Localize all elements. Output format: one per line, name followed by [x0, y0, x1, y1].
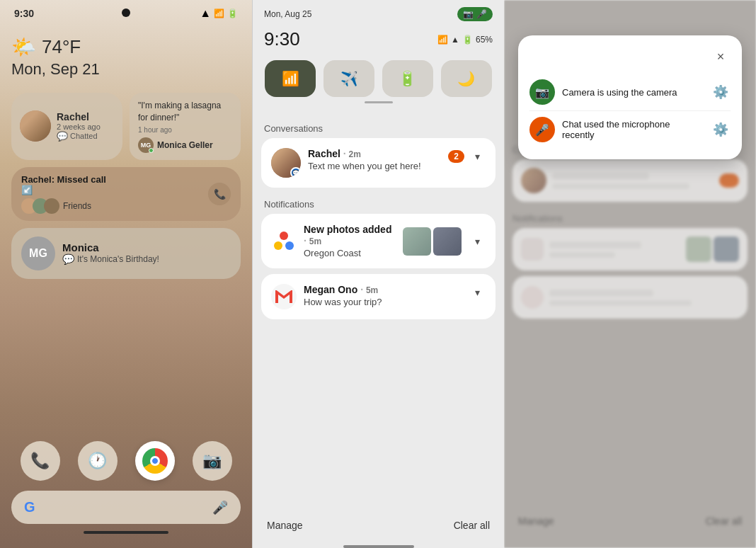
photos-notif-card[interactable]: New photos added · 5m Oregon Coast ▾ — [261, 214, 496, 268]
conversation-expand-btn[interactable]: ▾ — [469, 148, 486, 165]
photos-notif-header: New photos added · 5m — [304, 224, 396, 246]
clock-dock-icon[interactable]: 🕐 — [78, 441, 118, 481]
notif-battery-icon: 🔋 — [462, 35, 473, 45]
blurred-card-1 — [512, 159, 748, 202]
rachel-name: Rachel — [57, 111, 101, 122]
google-g-logo: G — [24, 499, 35, 515]
gmail-icon — [271, 284, 297, 309]
notif-status-bar: Mon, Aug 25 📷 🎤 — [253, 0, 504, 25]
monica-avatar: MG — [21, 236, 55, 270]
gear-icon-mic: ⚙️ — [713, 122, 728, 137]
notif-status-right: 📶 ▲ 🔋 65% — [437, 35, 493, 45]
qs-wifi-icon: 📶 — [282, 70, 299, 87]
notif-date: Mon, Aug 25 — [264, 9, 311, 19]
mic-perm-text: Chat used the microphone recently — [562, 119, 704, 140]
monica-info: Monica 💬 It's Monica's Birthday! — [62, 241, 159, 265]
quote-bubble[interactable]: "I'm making a lasagna for dinner!" 1 hou… — [130, 93, 241, 160]
photos-notif-body: New photos added · 5m Oregon Coast — [304, 224, 396, 258]
friends-group: Friends — [21, 198, 106, 214]
dialog-close-button[interactable]: × — [711, 47, 731, 67]
blurred-bottom-bar: Manage Clear all — [504, 515, 756, 527]
friends-label: Friends — [63, 201, 91, 211]
photos-expand-btn[interactable]: ▾ — [469, 233, 486, 250]
rachel-notif-sender: Rachel · 2m — [308, 148, 361, 159]
svg-point-1 — [285, 241, 294, 250]
call-back-button[interactable]: 📞 — [208, 183, 231, 205]
call-icon: 📞 — [214, 188, 226, 200]
gmail-notif-card[interactable]: Megan Ono · 5m How was your trip? ▾ — [261, 274, 496, 319]
photo-thumbnails — [403, 227, 462, 256]
camera-icon: 📷 — [202, 452, 222, 470]
rachel-action: 💬 Chatted — [57, 131, 101, 142]
mic-settings-button[interactable]: ⚙️ — [711, 120, 731, 139]
rachel-conv-row: 💬 Rachel · 2m Text me when you get here! — [271, 148, 486, 178]
signal-icon: 📶 — [214, 8, 224, 18]
camera-settings-button[interactable]: ⚙️ — [711, 82, 731, 102]
quick-settings: 📶 ✈️ 🔋 🌙 — [253, 55, 504, 118]
missed-call-bubble[interactable]: Rachel: Missed call ↙️ Friends 📞 — [11, 167, 241, 221]
qs-night-tile[interactable]: 🌙 — [441, 60, 492, 97]
missed-call-label: Rachel: Missed call — [21, 174, 106, 185]
rachel-badge-row: 2 ▾ — [448, 148, 486, 165]
dock-row: 📞 🕐 📷 — [11, 441, 241, 481]
gmail-notif-message: How was your trip? — [304, 297, 462, 307]
phone-dock-icon[interactable]: 📞 — [21, 441, 60, 481]
rachel-contact-info: Rachel 2 weeks ago 💬 Chatted — [57, 111, 101, 142]
battery-icon: 🔋 — [227, 8, 238, 18]
qs-wifi-tile[interactable]: 📶 — [265, 60, 316, 97]
qs-scroll-indicator — [365, 101, 393, 103]
quote-author-row: MG Monica Geller — [138, 137, 232, 153]
pill-camera-icon: 📷 — [463, 9, 474, 19]
friend-avatar-3 — [44, 198, 59, 214]
camera-icon: 📷 — [535, 86, 549, 99]
rachel-avatar — [20, 110, 51, 142]
dot-separator: · — [343, 148, 349, 159]
notif-section: Conversations 💬 Rachel · 2m — [253, 118, 504, 513]
qs-battery-tile[interactable]: 🔋 — [382, 60, 433, 97]
blurred-manage: Manage — [518, 515, 554, 527]
svg-point-3 — [281, 233, 287, 239]
contacts-row: Rachel 2 weeks ago 💬 Chatted "I'm making… — [11, 93, 241, 160]
mic-perm-icon: 🎤 — [529, 117, 555, 142]
chrome-inner-circle — [150, 456, 160, 466]
photos-notif-time: 5m — [309, 236, 321, 246]
blurred-clear: Clear all — [706, 515, 742, 527]
gmail-expand-btn[interactable]: ▾ — [469, 284, 486, 301]
photos-notif-subtitle: Oregon Coast — [304, 248, 396, 258]
gmail-sender: Megan Ono · 5m — [304, 284, 378, 295]
camera-dot — [122, 8, 130, 17]
messenger-app-icon: 💬 — [290, 167, 301, 178]
clear-all-button[interactable]: Clear all — [454, 520, 490, 531]
home-clock: 9:30 — [14, 8, 34, 19]
manage-button[interactable]: Manage — [267, 520, 303, 531]
rachel-notif-avatar: 💬 — [271, 148, 301, 178]
rachel-conversation-card[interactable]: 💬 Rachel · 2m Text me when you get here! — [261, 138, 496, 188]
notif-bottom-bar: Manage Clear all — [253, 513, 504, 542]
chrome-logo — [142, 448, 168, 474]
monica-bubble[interactable]: MG Monica 💬 It's Monica's Birthday! — [11, 228, 241, 279]
rachel-notif-time: 2m — [349, 149, 361, 159]
home-bottom: 📞 🕐 📷 G 🎤 — [11, 441, 241, 548]
photos-notif-row: New photos added · 5m Oregon Coast ▾ — [271, 224, 486, 258]
rachel-contact-bubble[interactable]: Rachel 2 weeks ago 💬 Chatted — [11, 93, 122, 160]
gear-icon-camera: ⚙️ — [713, 84, 728, 100]
google-search-bar[interactable]: G 🎤 — [11, 491, 241, 524]
camera-perm-icon: 📷 — [529, 79, 555, 105]
photo-thumb-2 — [433, 227, 462, 256]
gmail-notif-time: 5m — [366, 285, 378, 295]
qs-night-icon: 🌙 — [457, 70, 475, 87]
weather-widget: 🌤️ 74°F Mon, Sep 21 — [11, 35, 241, 79]
camera-dock-icon[interactable]: 📷 — [193, 441, 232, 481]
gmail-logo — [275, 290, 292, 303]
qs-airplane-tile[interactable]: ✈️ — [323, 60, 374, 97]
camera-mic-pill: 📷 🎤 — [457, 7, 493, 21]
notif-clock: 9:30 — [264, 28, 300, 50]
home-nav-line — [84, 531, 168, 534]
chrome-dock-icon[interactable] — [135, 441, 175, 481]
quote-author-name: Monica Geller — [157, 140, 213, 150]
dot-sep-2: · — [304, 235, 309, 246]
chevron-down-icon-3: ▾ — [475, 287, 480, 298]
mic-icon[interactable]: 🎤 — [212, 500, 228, 515]
notif-indicators: 📷 🎤 — [457, 7, 493, 21]
rachel-time: 2 weeks ago — [57, 122, 101, 131]
